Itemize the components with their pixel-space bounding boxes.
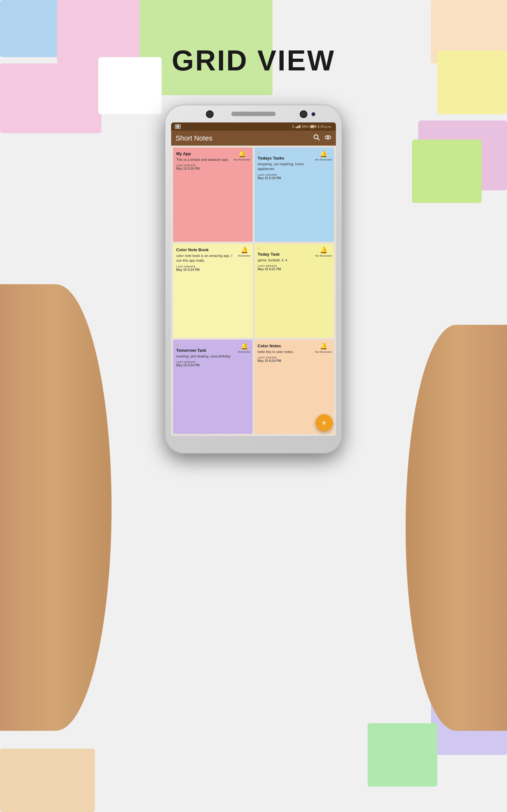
battery-percent: 98% [302, 125, 308, 129]
phone-sensor [312, 112, 315, 116]
reminder-label-4: No Reminder [315, 254, 332, 257]
bell-icon-6: 🔔 [320, 342, 328, 350]
check-icon-4: ✓ [257, 246, 261, 251]
network-indicator: E [292, 125, 294, 129]
grid-view-title: GRID VIEW [172, 44, 335, 77]
notes-grid: 🔔 No Reminder My App This is a simple an… [171, 146, 336, 436]
note-bell-area-5: 🔔 Reminder [238, 342, 250, 353]
note-body-5: meeting, plot dealing, rana birthday [176, 354, 249, 359]
last-update-date-5: May 15 6:24 PM [176, 363, 249, 367]
svg-point-0 [314, 135, 318, 139]
header-icons [313, 134, 331, 142]
reminder-label-1: No Reminder [234, 158, 250, 161]
note-card-todays-tasks[interactable]: ✓ 🔔 No Reminder Todays Tasks shopping, c… [255, 148, 334, 242]
bell-icon-4: 🔔 [320, 246, 328, 254]
last-update-date-1: May 15 6:16 PM [176, 167, 249, 170]
note-bell-area-2: 🔔 No Reminder [315, 150, 332, 161]
bg-note-2 [57, 0, 152, 63]
last-update-label-4: LAST UPDATE [258, 264, 331, 267]
check-icon-5: ✓ [176, 342, 179, 347]
front-camera-left [206, 110, 214, 118]
note-card-today-task[interactable]: ✓ 🔔 No Reminder Today Task game, footbal… [255, 244, 334, 338]
last-update-date-6: May 15 6:24 PM [258, 359, 331, 362]
time-display: 6:25 p.m. [318, 125, 332, 129]
hand-right [406, 325, 507, 731]
last-update-label-2: LAST UPDATE [258, 173, 331, 176]
reminder-label-2: No Reminder [315, 158, 332, 161]
bg-note-13 [0, 749, 95, 812]
status-bar: E 98% 6:25 p.m. [171, 122, 336, 131]
note-bell-area-1: 🔔 No Reminder [234, 150, 250, 161]
note-card-color-note-book[interactable]: 🔔 Reminder Color Note Book color note bo… [173, 244, 252, 338]
note-bell-area-4: 🔔 No Reminder [315, 246, 332, 257]
note-card-tomorrow-task[interactable]: ✓ 🔔 Reminder Tomorrow Task meeting, plot… [173, 340, 252, 434]
status-right: E 98% 6:25 p.m. [292, 125, 332, 129]
battery-indicator [310, 125, 316, 128]
last-update-label-5: LAST UPDATE [176, 361, 249, 363]
note-card-my-app[interactable]: 🔔 No Reminder My App This is a simple an… [173, 148, 252, 242]
last-update-label-3: LAST UPDATE [176, 265, 249, 268]
phone-screen: E 98% 6:25 p.m. Short Notes [171, 122, 336, 436]
status-left [175, 124, 182, 129]
bg-note-7 [437, 51, 507, 114]
note-bell-area-6: 🔔 No Reminder [315, 342, 332, 353]
svg-point-2 [325, 136, 331, 139]
note-last-update-3: LAST UPDATE May 15 6:24 PM [176, 265, 249, 271]
bg-note-12 [368, 723, 437, 786]
note-bell-area-3: 🔔 Reminder [238, 246, 250, 257]
note-last-update-5: LAST UPDATE May 15 6:24 PM [176, 361, 249, 367]
signal-bars [296, 125, 300, 128]
bell-icon-3: 🔔 [240, 246, 248, 254]
reminder-label-5: Reminder [238, 351, 250, 353]
last-update-date-3: May 15 6:24 PM [176, 268, 249, 271]
bell-icon-5: 🔔 [240, 342, 248, 350]
view-toggle-icon[interactable] [325, 134, 331, 142]
fab-add-button[interactable]: + [316, 414, 333, 432]
last-update-label-1: LAST UPDATE [176, 164, 249, 167]
bg-note-6 [98, 57, 162, 114]
phone-frame: E 98% 6:25 p.m. Short Notes [165, 105, 342, 454]
phone-speaker [231, 112, 276, 116]
note-body-2: shopping, car repairing, home appliances [258, 162, 331, 171]
front-camera-right [300, 110, 307, 118]
bg-note-9 [412, 140, 482, 203]
note-last-update-1: LAST UPDATE May 15 6:16 PM [176, 164, 249, 170]
reminder-label-6: No Reminder [315, 351, 332, 353]
bell-icon-2: 🔔 [320, 150, 328, 158]
bg-note-1 [0, 0, 63, 57]
bg-note-5 [0, 63, 101, 133]
note-last-update-2: LAST UPDATE May 15 6:18 PM [258, 173, 331, 180]
last-update-label-6: LAST UPDATE [258, 356, 331, 359]
hand-left [0, 284, 112, 731]
app-title: Short Notes [176, 134, 212, 142]
app-header: Short Notes [171, 131, 336, 146]
notification-icon [175, 124, 181, 129]
search-icon[interactable] [313, 134, 320, 142]
note-body-4: game, football, 4, 4 [258, 258, 331, 263]
last-update-date-4: May 15 6:21 PM [258, 267, 331, 271]
check-icon-2: ✓ [257, 150, 261, 155]
bell-icon-1: 🔔 [238, 150, 246, 158]
reminder-label-3: Reminder [238, 254, 250, 257]
last-update-date-2: May 15 6:18 PM [258, 176, 331, 180]
note-last-update-6: LAST UPDATE May 15 6:24 PM [258, 356, 331, 362]
svg-point-3 [327, 136, 329, 138]
note-last-update-4: LAST UPDATE May 15 6:21 PM [258, 264, 331, 271]
svg-line-1 [318, 138, 320, 140]
